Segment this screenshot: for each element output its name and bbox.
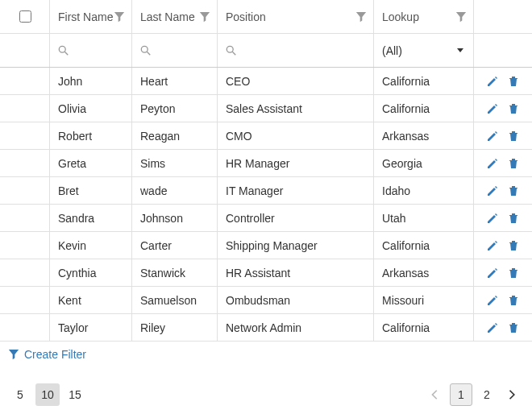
row-check-cell [0, 95, 50, 122]
text: Heart [140, 75, 168, 88]
table-row: CynthiaStanwickHR AssistantArkansas [0, 259, 532, 287]
filter-icon[interactable] [455, 11, 467, 23]
row-check-cell [0, 232, 50, 259]
cell-first-name: Bret [50, 177, 132, 204]
text: Georgia [382, 157, 422, 170]
edit-button[interactable] [486, 184, 499, 197]
create-filter-link[interactable]: Create Filter [8, 348, 86, 361]
select-all-checkbox[interactable] [19, 10, 31, 23]
header-last-name[interactable]: Last Name [132, 0, 218, 33]
cell-first-name: John [50, 68, 132, 94]
text: Sandra [58, 212, 94, 225]
filter-lookup[interactable]: (All) [374, 34, 474, 67]
cell-position: CMO [218, 122, 374, 149]
pager: 51015 12 [0, 377, 532, 414]
filter-icon[interactable] [114, 11, 125, 23]
header-label: Position [226, 10, 355, 23]
cell-last-name: Sims [132, 150, 218, 176]
delete-button[interactable] [507, 102, 520, 115]
delete-button[interactable] [507, 184, 520, 197]
edit-button[interactable] [486, 239, 499, 252]
text: Greta [58, 157, 86, 170]
cell-last-name: Carter [132, 232, 218, 259]
cell-lookup: California [374, 232, 474, 259]
row-check-cell [0, 314, 50, 341]
filter-panel: Create Filter [0, 342, 532, 367]
header-first-name[interactable]: First Name [50, 0, 132, 33]
text: Bret [58, 184, 79, 197]
edit-button[interactable] [486, 294, 499, 307]
cell-first-name: Kevin [50, 232, 132, 259]
text: HR Manager [226, 157, 289, 170]
table-row: OliviaPeytonSales AssistantCalifornia [0, 95, 532, 122]
page-2[interactable]: 2 [476, 383, 498, 406]
edit-button[interactable] [486, 130, 499, 143]
delete-button[interactable] [507, 321, 520, 334]
delete-button[interactable] [507, 75, 520, 88]
filter-row: (All) [0, 34, 532, 68]
edit-button[interactable] [486, 212, 499, 225]
cell-lookup: California [374, 95, 474, 122]
edit-button[interactable] [486, 75, 499, 88]
edit-button[interactable] [486, 321, 499, 334]
search-icon [226, 45, 237, 56]
text: Peyton [140, 102, 176, 115]
edit-button[interactable] [486, 157, 499, 170]
cell-lookup: Idaho [374, 177, 474, 204]
delete-button[interactable] [507, 212, 520, 225]
text: Controller [226, 212, 275, 225]
page-1[interactable]: 1 [450, 383, 472, 406]
cell-position: CEO [218, 68, 374, 94]
text: Arkansas [382, 267, 429, 279]
filter-first-name[interactable] [50, 34, 132, 67]
filter-icon[interactable] [355, 11, 367, 23]
cell-lookup: Arkansas [374, 259, 474, 286]
page-size-15[interactable]: 15 [63, 383, 87, 406]
table-row: JohnHeartCEOCalifornia [0, 68, 532, 95]
cell-first-name: Greta [50, 150, 132, 176]
text: John [58, 75, 82, 88]
header-lookup[interactable]: Lookup [374, 0, 474, 33]
lookup-value: (All) [382, 44, 402, 57]
cell-first-name: Cynthia [50, 259, 132, 286]
delete-button[interactable] [507, 157, 520, 170]
page-size-5[interactable]: 5 [8, 383, 32, 406]
edit-button[interactable] [486, 267, 499, 279]
next-page-button[interactable] [501, 383, 524, 406]
text: Shipping Manager [226, 239, 318, 252]
delete-button[interactable] [507, 294, 520, 307]
cell-last-name: Reagan [132, 122, 218, 149]
text: California [382, 75, 430, 88]
search-icon [140, 45, 152, 56]
lookup-select[interactable]: (All) [382, 44, 473, 57]
text: Idaho [382, 184, 410, 197]
cell-lookup: Georgia [374, 150, 474, 176]
header-checkbox-cell [0, 0, 50, 33]
delete-button[interactable] [507, 239, 520, 252]
cell-lookup: California [374, 314, 474, 341]
text: CEO [226, 75, 250, 88]
filter-position[interactable] [218, 34, 374, 67]
filter-last-name[interactable] [132, 34, 218, 67]
page-size-10[interactable]: 10 [35, 383, 60, 406]
text: Missouri [382, 294, 424, 307]
text: California [382, 102, 430, 115]
chevron-down-icon [457, 48, 463, 52]
text: Arkansas [382, 130, 429, 143]
cell-lookup: Arkansas [374, 122, 474, 149]
filter-icon[interactable] [199, 11, 210, 23]
edit-button[interactable] [486, 102, 499, 115]
delete-button[interactable] [507, 130, 520, 143]
filter-icon [8, 349, 19, 360]
cell-position: Network Admin [218, 314, 374, 341]
header-row: First Name Last Name Position Lookup [0, 0, 532, 34]
row-check-cell [0, 122, 50, 149]
search-icon [58, 45, 69, 56]
delete-button[interactable] [507, 267, 520, 279]
prev-page-button[interactable] [424, 383, 447, 406]
row-check-cell [0, 259, 50, 286]
text: Robert [58, 130, 92, 143]
header-position[interactable]: Position [218, 0, 374, 33]
cell-first-name: Olivia [50, 95, 132, 122]
cell-actions [474, 232, 532, 259]
